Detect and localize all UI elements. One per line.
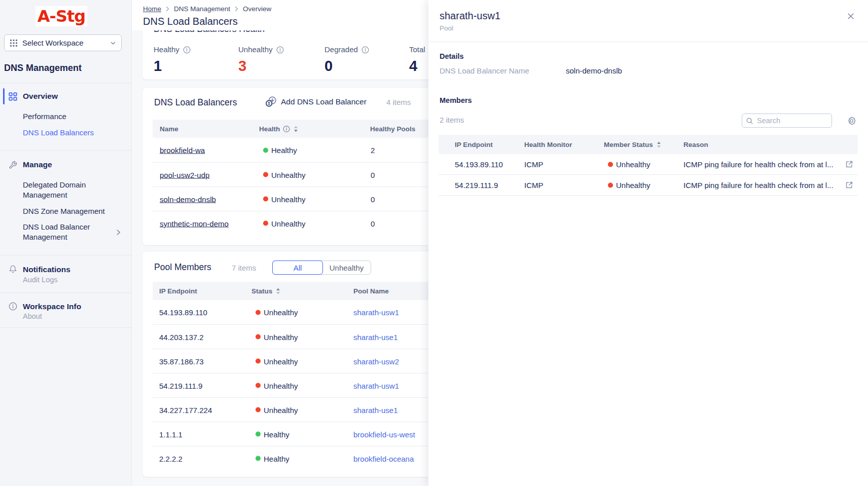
- pool-name-cell: sharath-usw1: [353, 308, 399, 317]
- pm-items-count: 7 items: [232, 263, 256, 273]
- grid-dots-icon: [10, 39, 18, 47]
- sidebar-item-performance[interactable]: Performance: [23, 111, 66, 122]
- divider: [0, 255, 132, 255]
- add-load-balancer-icon: [266, 96, 276, 107]
- lb-name-link[interactable]: brookfield-wa: [160, 146, 205, 155]
- column-header-pool-name[interactable]: Pool Name: [353, 287, 389, 295]
- column-header-status[interactable]: Status: [251, 287, 280, 295]
- pool-name-cell: sharath-usw1: [353, 381, 399, 390]
- logo[interactable]: A-Stg: [35, 6, 87, 26]
- pool-name-link[interactable]: sharath-usw2: [353, 357, 399, 365]
- sidebar-item-dns-zone[interactable]: DNS Zone Management: [23, 206, 105, 216]
- active-indicator: [3, 88, 5, 104]
- status-cell: Healthy: [256, 454, 290, 463]
- column-header-member-status[interactable]: Member Status: [604, 141, 661, 148]
- lb-name-link[interactable]: soln-demo-dnslb: [160, 195, 216, 203]
- info-icon[interactable]: [183, 46, 191, 54]
- metric-label: Degraded: [324, 45, 369, 55]
- sidebar-title: DNS Management: [4, 63, 82, 73]
- details-section-title: Details: [440, 52, 464, 61]
- metric-value: 3: [238, 57, 284, 74]
- status-dot: [256, 407, 261, 413]
- sidebar-item-dns-lb-management[interactable]: DNS Load Balancer Management: [23, 222, 112, 242]
- bell-icon: [9, 265, 17, 274]
- column-header-health-monitor[interactable]: Health Monitor: [524, 141, 572, 148]
- metric-value: 1: [154, 57, 191, 74]
- close-icon: [848, 13, 854, 19]
- pool-name-cell: sharath-use1: [353, 332, 398, 341]
- breadcrumb-home[interactable]: Home: [143, 5, 161, 13]
- breadcrumb-chevron-icon: [166, 6, 169, 12]
- ip-endpoint-cell: 54.219.111.9: [159, 381, 202, 390]
- sidebar-item-manage[interactable]: Manage: [23, 160, 52, 170]
- table-settings-button[interactable]: [846, 115, 857, 126]
- sidebar-item-audit-logs[interactable]: Audit Logs: [23, 275, 58, 285]
- open-reason-button[interactable]: [844, 179, 855, 191]
- breadcrumb-chevron-icon: [235, 6, 238, 12]
- breadcrumb-overview[interactable]: Overview: [243, 5, 271, 13]
- metric-unhealthy: Unhealthy 3: [238, 45, 284, 74]
- workspace-selector-label: Select Workspace: [22, 39, 110, 47]
- column-header-name[interactable]: Name: [160, 125, 178, 133]
- open-reason-button[interactable]: [844, 159, 855, 170]
- sidebar-item-workspace-info[interactable]: Workspace Info: [23, 302, 81, 312]
- column-header-ip-endpoint[interactable]: IP Endpoint: [455, 141, 493, 148]
- sort-icon[interactable]: [294, 125, 298, 132]
- status-dot: [256, 383, 261, 388]
- grid-icon: [9, 92, 17, 101]
- column-header-healthy-pools[interactable]: Healthy Pools: [370, 125, 415, 133]
- filter-all-button[interactable]: All: [272, 260, 323, 275]
- column-header-ip-endpoint[interactable]: IP Endpoint: [159, 287, 197, 295]
- drawer-title: sharath-usw1: [440, 10, 500, 22]
- column-header-health[interactable]: Health: [259, 125, 298, 133]
- metric-label: Total: [409, 45, 425, 55]
- status-dot: [608, 162, 613, 167]
- info-icon[interactable]: [361, 46, 369, 54]
- search-input[interactable]: [757, 117, 827, 125]
- member-status-cell: Unhealthy: [608, 181, 650, 190]
- ip-endpoint-cell: 44.203.137.2: [159, 332, 204, 341]
- divider: [0, 327, 132, 328]
- close-button[interactable]: [844, 10, 857, 23]
- sort-icon[interactable]: [657, 141, 661, 148]
- lb-name-cell: brookfield-wa: [160, 146, 205, 155]
- pool-name-link[interactable]: brookfield-us-west: [353, 430, 415, 438]
- status-cell: Unhealthy: [256, 381, 298, 390]
- column-header-reason[interactable]: Reason: [683, 141, 708, 148]
- divider: [0, 292, 132, 293]
- pool-name-link[interactable]: brookfield-oceana: [353, 454, 414, 463]
- info-icon[interactable]: [276, 46, 284, 54]
- sort-icon[interactable]: [276, 287, 280, 294]
- sidebar-item-dns-load-balancers[interactable]: DNS Load Balancers: [23, 128, 94, 138]
- info-icon: [9, 302, 17, 311]
- status-dot: [263, 172, 268, 177]
- sidebar-item-overview[interactable]: Overview: [23, 91, 58, 101]
- metric-degraded: Degraded 0: [324, 45, 369, 74]
- filter-unhealthy-button[interactable]: Unhealthy: [322, 261, 371, 274]
- health-monitor-cell: ICMP: [524, 160, 544, 169]
- search-icon: [746, 117, 753, 125]
- sidebar-item-about[interactable]: About: [23, 312, 42, 322]
- pool-name-link[interactable]: sharath-use1: [353, 405, 398, 414]
- lb-name-link[interactable]: pool-usw2-udp: [160, 170, 209, 179]
- sidebar-item-delegated-domain[interactable]: Delegated Domain Management: [23, 180, 112, 200]
- status-dot: [256, 334, 261, 340]
- chevron-right-icon[interactable]: [115, 229, 122, 236]
- status-cell: Healthy: [256, 430, 290, 438]
- pool-name-link[interactable]: sharath-usw1: [353, 308, 399, 317]
- table-row[interactable]: 54.193.89.110 ICMP Unhealthy ICMP ping f…: [439, 154, 858, 174]
- pool-name-link[interactable]: sharath-usw1: [353, 381, 399, 390]
- breadcrumb-dns-management[interactable]: DNS Management: [174, 5, 230, 13]
- pool-name-link[interactable]: sharath-use1: [353, 332, 398, 341]
- status-cell: Unhealthy: [256, 405, 298, 414]
- chevron-down-icon: [110, 40, 116, 46]
- add-dns-load-balancer-button[interactable]: Add DNS Load Balancer: [266, 96, 367, 107]
- lb-name-link[interactable]: synthetic-mon-demo: [160, 219, 229, 228]
- info-icon[interactable]: [283, 125, 290, 132]
- table-row[interactable]: 54.219.111.9 ICMP Unhealthy ICMP ping fa…: [439, 174, 858, 195]
- ip-endpoint-cell: 54.219.111.9: [455, 181, 498, 190]
- sidebar-item-notifications[interactable]: Notifications: [23, 265, 70, 275]
- workspace-selector[interactable]: Select Workspace: [4, 34, 122, 51]
- wrench-icon: [9, 161, 17, 169]
- pool-name-cell: brookfield-us-west: [353, 430, 415, 438]
